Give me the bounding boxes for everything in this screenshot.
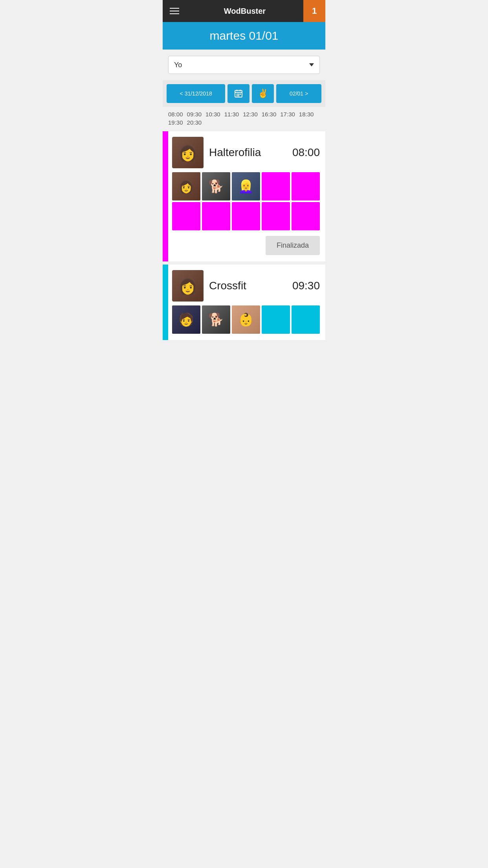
participant-cell-7[interactable] [232, 202, 260, 230]
class-border-halterofilia [163, 131, 168, 261]
time-slot-1930[interactable]: 19:30 [168, 119, 183, 126]
class-avatar-halterofilia: 👩 [172, 137, 204, 168]
class-card-crossfit: 👩Crossfit09:30🧑🐕👶 [163, 265, 325, 340]
classes-list: 👩Halterofilia08:00👩🐕👱‍♀️Finalizada👩Cross… [163, 131, 325, 340]
participant-cell-5[interactable] [172, 202, 200, 230]
time-slot-1830[interactable]: 18:30 [299, 111, 314, 118]
current-date: martes 01/01 [167, 29, 321, 42]
participant-cell-9[interactable] [292, 202, 320, 230]
participant-cell-6[interactable] [202, 202, 230, 230]
participant-cell-2[interactable]: 👱‍♀️ [232, 172, 260, 200]
class-name-crossfit[interactable]: Crossfit [204, 280, 292, 292]
time-slot-0800[interactable]: 08:00 [168, 111, 183, 118]
menu-button[interactable] [163, 0, 186, 22]
hamburger-line-3 [170, 13, 179, 14]
participant-cell-1[interactable]: 🐕 [202, 305, 230, 334]
time-slot-1030[interactable]: 10:30 [205, 111, 220, 118]
calendar-icon [234, 89, 243, 98]
participant-cell-2[interactable]: 👶 [232, 305, 260, 334]
participant-cell-4[interactable] [292, 172, 320, 200]
finalizada-button[interactable]: Finalizada [266, 236, 320, 255]
time-slot-1630[interactable]: 16:30 [262, 111, 277, 118]
date-bar: martes 01/01 [163, 22, 325, 50]
participant-cell-0[interactable]: 🧑 [172, 305, 200, 334]
header: WodBuster 1 [163, 0, 325, 22]
time-slot-1730[interactable]: 17:30 [280, 111, 295, 118]
app-title: WodBuster [186, 7, 303, 16]
svg-rect-8 [238, 95, 239, 96]
class-header-crossfit: 👩Crossfit09:30 [163, 265, 325, 305]
hamburger-line-2 [170, 11, 179, 11]
peace-button[interactable]: ✌️ [252, 84, 274, 103]
participant-grid-halterofilia: 👩🐕👱‍♀️ [163, 172, 325, 230]
calendar-button[interactable] [227, 84, 250, 103]
user-filter-section: Yo [163, 50, 325, 80]
svg-rect-6 [240, 94, 241, 95]
class-border-crossfit [163, 265, 168, 340]
date-navigation: < 31/12/2018 ✌️ 02/01 > [163, 80, 325, 107]
prev-date-button[interactable]: < 31/12/2018 [167, 84, 225, 103]
time-slots-section: 08:0009:3010:3011:3012:3016:3017:3018:30… [163, 107, 325, 131]
next-date-button[interactable]: 02/01 > [276, 84, 321, 103]
svg-rect-7 [237, 95, 238, 96]
finalizada-section: Finalizada [163, 230, 325, 255]
class-time-crossfit: 09:30 [292, 280, 320, 292]
participant-cell-3[interactable] [262, 172, 290, 200]
class-avatar-crossfit: 👩 [172, 270, 204, 302]
participant-cell-4[interactable] [292, 305, 320, 334]
participant-cell-0[interactable]: 👩 [172, 172, 200, 200]
class-name-halterofilia[interactable]: Halterofilia [204, 146, 292, 159]
participant-cell-8[interactable] [262, 202, 290, 230]
class-header-halterofilia: 👩Halterofilia08:00 [163, 131, 325, 172]
class-time-halterofilia: 08:00 [292, 146, 320, 159]
user-select[interactable]: Yo [168, 56, 320, 74]
participant-cell-1[interactable]: 🐕 [202, 172, 230, 200]
time-slot-1130[interactable]: 11:30 [224, 111, 239, 118]
time-slot-0930[interactable]: 09:30 [187, 111, 202, 118]
hamburger-line-1 [170, 8, 179, 9]
svg-rect-5 [238, 94, 239, 95]
notification-badge[interactable]: 1 [303, 0, 325, 22]
svg-rect-4 [237, 94, 238, 95]
time-slot-2030[interactable]: 20:30 [187, 119, 202, 126]
class-card-halterofilia: 👩Halterofilia08:00👩🐕👱‍♀️Finalizada [163, 131, 325, 261]
participant-grid-crossfit: 🧑🐕👶 [163, 305, 325, 334]
peace-icon: ✌️ [258, 88, 268, 99]
participant-cell-3[interactable] [262, 305, 290, 334]
time-slot-1230[interactable]: 12:30 [243, 111, 258, 118]
